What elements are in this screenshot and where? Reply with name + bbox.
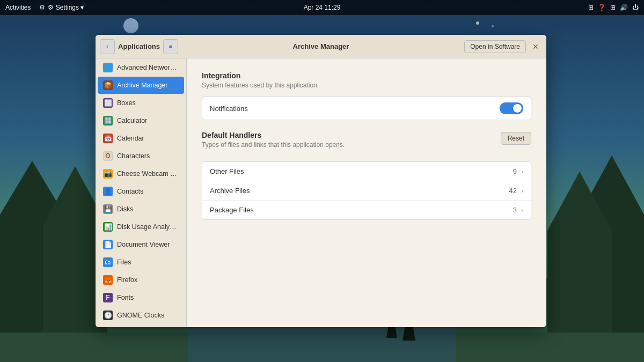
files-label: Files [117, 258, 131, 266]
star2 [492, 25, 494, 27]
firefox-icon: 🦊 [103, 275, 113, 285]
chevron-right-icon: › [521, 206, 523, 214]
handler-name: Archive Files [210, 187, 250, 195]
characters-icon: Ω [103, 151, 113, 161]
fonts-icon: F [103, 293, 113, 302]
settings-arrow-icon: ▾ [80, 4, 84, 11]
handler-count: 42 [509, 187, 517, 195]
disk-usage-analyzer-label: Disk Usage Analyzer [117, 223, 179, 231]
sidebar-item-greenwithenv[interactable]: GGreenWithEnvy [98, 324, 184, 327]
handlers-title-group: Default Handlers Types of files and link… [202, 131, 345, 156]
contacts-icon: 👤 [103, 187, 113, 196]
reset-button[interactable]: Reset [501, 132, 531, 145]
tray-icon-3: ⊞ [610, 4, 616, 11]
sidebar-item-archive-manager[interactable]: 📦Archive Manager [98, 77, 184, 94]
sidebar-item-calculator[interactable]: 🔢Calculator [98, 112, 184, 129]
close-icon: ✕ [532, 42, 539, 51]
handler-table: Other Files9›Archive Files42›Package Fil… [202, 161, 531, 220]
sidebar-item-files[interactable]: 🗂Files [98, 254, 184, 271]
topbar-right: ⊞ ❓ ⊞ 🔊 ⏻ [588, 4, 639, 11]
tray-icon-2: ❓ [598, 4, 606, 11]
sidebar-item-fonts[interactable]: FFonts [98, 289, 184, 306]
window-header: ‹ Applications ≡ Archive Manager Open in… [96, 35, 546, 58]
window-body: 🌐Advanced Network Configurat...📦Archive … [96, 58, 546, 327]
notifications-label: Notifications [210, 105, 248, 113]
sidebar-item-calendar[interactable]: 📅Calendar [98, 130, 184, 147]
back-icon: ‹ [106, 42, 108, 50]
topbar: Activities ⚙ ⚙ Settings ▾ Apr 24 11:29 ⊞… [0, 0, 644, 15]
applications-title: Applications [118, 42, 160, 50]
sidebar-item-characters[interactable]: ΩCharacters [98, 147, 184, 165]
cheese-webcam-booth-icon: 📷 [103, 169, 113, 179]
boxes-icon: ⬜ [103, 98, 113, 108]
sidebar-item-document-viewer[interactable]: 📄Document Viewer [98, 236, 184, 253]
window-title: Archive Manager [293, 42, 349, 50]
hamburger-icon: ≡ [169, 43, 172, 49]
back-button[interactable]: ‹ [100, 39, 115, 54]
notifications-row: Notifications [202, 97, 531, 120]
sidebar-item-disk-usage-analyzer[interactable]: 📊Disk Usage Analyzer [98, 218, 184, 235]
archive-manager-label: Archive Manager [117, 82, 168, 89]
cheese-webcam-booth-label: Cheese Webcam Booth [117, 170, 179, 178]
tray-icon-5: ⏻ [632, 4, 639, 11]
disks-label: Disks [117, 205, 134, 213]
calculator-icon: 🔢 [103, 116, 113, 125]
chevron-right-icon: › [521, 168, 523, 175]
handler-right: 3› [513, 206, 523, 214]
calculator-label: Calculator [117, 117, 147, 124]
gnome-clocks-icon: 🕐 [103, 311, 113, 320]
handlers-title: Default Handlers [202, 131, 345, 139]
advanced-network-icon: 🌐 [103, 63, 113, 72]
activities-button[interactable]: Activities [5, 4, 31, 11]
handler-right: 42› [509, 187, 523, 195]
star1 [476, 21, 479, 25]
sidebar-item-contacts[interactable]: 👤Contacts [98, 183, 184, 200]
gear-icon: ⚙ [39, 4, 45, 11]
sidebar: 🌐Advanced Network Configurat...📦Archive … [96, 58, 187, 327]
sidebar-item-gnome-clocks[interactable]: 🕐GNOME Clocks [98, 307, 184, 324]
content-area: Integration System features used by this… [187, 58, 546, 327]
handler-row-package-files[interactable]: Package Files3› [202, 201, 531, 219]
contacts-label: Contacts [117, 188, 143, 195]
handler-count: 9 [513, 167, 517, 175]
sidebar-item-firefox[interactable]: 🦊Firefox [98, 271, 184, 289]
notifications-toggle[interactable] [500, 102, 523, 114]
open-in-software-button[interactable]: Open in Software [464, 40, 526, 53]
main-window: ‹ Applications ≡ Archive Manager Open in… [96, 35, 546, 327]
topbar-datetime: Apr 24 11:29 [304, 4, 341, 11]
calendar-icon: 📅 [103, 134, 113, 143]
characters-label: Characters [117, 152, 150, 160]
advanced-network-label: Advanced Network Configurat... [117, 64, 179, 71]
tray-icon-4: 🔊 [620, 4, 628, 11]
header-left: ‹ Applications ≡ [100, 39, 178, 54]
sidebar-item-boxes[interactable]: ⬜Boxes [98, 94, 184, 112]
settings-button[interactable]: ⚙ ⚙ Settings ▾ [39, 4, 84, 11]
sidebar-item-advanced-network[interactable]: 🌐Advanced Network Configurat... [98, 59, 184, 76]
handler-row-other-files[interactable]: Other Files9› [202, 162, 531, 181]
close-button[interactable]: ✕ [529, 40, 542, 53]
tray-icon-1: ⊞ [588, 4, 594, 11]
files-icon: 🗂 [103, 257, 113, 267]
boxes-label: Boxes [117, 99, 136, 107]
handler-count: 3 [513, 206, 517, 214]
handler-name: Other Files [210, 167, 244, 175]
handler-right: 9› [513, 167, 523, 175]
handlers-header: Default Handlers Types of files and link… [202, 131, 531, 156]
settings-label-text: ⚙ Settings [48, 4, 79, 11]
sidebar-item-cheese-webcam-booth[interactable]: 📷Cheese Webcam Booth [98, 165, 184, 182]
handler-row-archive-files[interactable]: Archive Files42› [202, 181, 531, 201]
firefox-label: Firefox [117, 276, 137, 284]
header-right: Open in Software ✕ [464, 40, 542, 53]
topbar-left: Activities ⚙ ⚙ Settings ▾ [5, 4, 84, 11]
chevron-right-icon: › [521, 187, 523, 195]
sidebar-item-disks[interactable]: 💾Disks [98, 201, 184, 218]
handlers-desc: Types of files and links that this appli… [202, 141, 345, 149]
document-viewer-icon: 📄 [103, 240, 113, 249]
moon [123, 18, 138, 33]
handler-name: Package Files [210, 206, 254, 214]
calendar-label: Calendar [117, 135, 144, 142]
integration-desc: System features used by this application… [202, 82, 531, 89]
menu-button[interactable]: ≡ [163, 39, 178, 54]
gnome-clocks-label: GNOME Clocks [117, 312, 164, 319]
archive-manager-icon: 📦 [103, 80, 113, 90]
